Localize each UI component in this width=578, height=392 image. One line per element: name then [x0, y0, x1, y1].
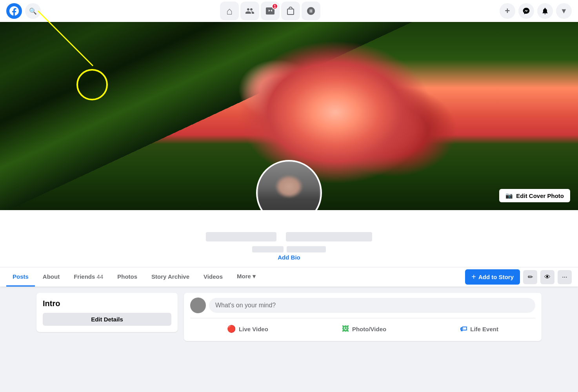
tab-actions: + Add to Story ✏ 👁 ··· — [465, 269, 572, 285]
composer-actions: 🔴 Live Video 🖼 Photo/Video 🏷 Life Event — [190, 321, 535, 336]
create-button[interactable]: + — [500, 3, 515, 19]
nav-watch-button[interactable]: 1 — [261, 2, 280, 20]
tab-story-archive[interactable]: Story Archive — [145, 268, 196, 287]
composer-divider — [190, 318, 535, 318]
profile-name-row — [206, 232, 372, 241]
pencil-icon: ✏ — [528, 273, 533, 281]
account-menu-button[interactable]: ▼ — [556, 3, 572, 19]
profile-sub-placeholder — [252, 246, 284, 252]
cover-photo-area: 📷 📷 Edit Cover Photo — [0, 22, 578, 210]
edit-details-button[interactable]: Edit Details — [43, 313, 171, 326]
left-column: Intro Edit Details — [36, 293, 178, 347]
composer-top: What's on your mind? — [190, 298, 535, 313]
add-to-story-button[interactable]: + Add to Story — [465, 269, 520, 285]
composer-avatar — [190, 298, 206, 313]
profile-page: 📷 📷 Edit Cover Photo Add Bio Posts About… — [0, 22, 578, 354]
tab-photos[interactable]: Photos — [111, 268, 144, 287]
search-button[interactable]: 🔍 — [25, 3, 41, 19]
photo-video-icon: 🖼 — [342, 325, 349, 333]
intro-title: Intro — [43, 299, 171, 308]
tab-more[interactable]: More ▾ — [231, 267, 262, 287]
more-options-button[interactable]: ··· — [558, 270, 572, 284]
nav-groups-button[interactable] — [302, 2, 320, 20]
view-as-button[interactable]: 👁 — [540, 270, 554, 284]
intro-card: Intro Edit Details — [36, 293, 178, 332]
tab-list: Posts About Friends 44 Photos Story Arch… — [6, 267, 465, 287]
profile-picture-container: 📷 — [256, 160, 322, 210]
tab-videos[interactable]: Videos — [197, 268, 229, 287]
photo-video-button[interactable]: 🖼 Photo/Video — [336, 321, 393, 336]
facebook-logo[interactable] — [6, 3, 22, 19]
life-event-button[interactable]: 🏷 Life Event — [454, 321, 505, 336]
edit-cover-photo-button[interactable]: 📷 Edit Cover Photo — [499, 189, 570, 202]
main-content: Intro Edit Details What's on your mind? … — [30, 287, 548, 354]
nav-home-button[interactable]: ⌂ — [220, 2, 239, 20]
profile-tabs: Posts About Friends 44 Photos Story Arch… — [0, 267, 578, 287]
composer-input[interactable]: What's on your mind? — [209, 298, 535, 313]
notifications-button[interactable] — [537, 3, 553, 19]
live-video-button[interactable]: 🔴 Live Video — [221, 321, 274, 336]
watch-badge: 1 — [272, 3, 278, 9]
edit-profile-button[interactable]: ✏ — [523, 270, 537, 284]
nav-right: + ▼ — [500, 3, 572, 19]
friends-count-badge: 44 — [97, 273, 104, 280]
profile-sub-placeholder-2 — [287, 246, 326, 252]
messenger-button[interactable] — [518, 3, 534, 19]
eye-icon: 👁 — [544, 274, 551, 281]
top-navigation: 🔍 ⌂ 1 + ▼ — [0, 0, 578, 22]
tab-about[interactable]: About — [36, 268, 66, 287]
profile-name-placeholder — [206, 232, 276, 241]
camera-icon: 📷 — [505, 192, 513, 199]
post-composer: What's on your mind? 🔴 Live Video 🖼 Phot… — [184, 293, 542, 341]
nav-friends-button[interactable] — [240, 2, 259, 20]
profile-name-placeholder-2 — [286, 232, 372, 241]
nav-marketplace-button[interactable] — [281, 2, 300, 20]
ellipsis-icon: ··· — [562, 274, 567, 281]
plus-icon: + — [471, 272, 476, 281]
tab-friends[interactable]: Friends 44 — [67, 268, 109, 287]
add-bio-link[interactable]: Add Bio — [278, 254, 300, 261]
live-video-icon: 🔴 — [227, 325, 236, 333]
profile-picture[interactable] — [256, 160, 322, 210]
profile-info-area: Add Bio — [0, 210, 578, 267]
profile-picture-image — [258, 162, 320, 210]
nav-left: 🔍 — [6, 3, 41, 19]
right-column: What's on your mind? 🔴 Live Video 🖼 Phot… — [184, 293, 542, 347]
nav-center: ⌂ 1 — [41, 2, 500, 20]
chevron-down-icon: ▾ — [253, 273, 256, 279]
life-event-icon: 🏷 — [460, 325, 467, 333]
search-icon: 🔍 — [29, 7, 37, 15]
tab-posts[interactable]: Posts — [6, 268, 35, 287]
